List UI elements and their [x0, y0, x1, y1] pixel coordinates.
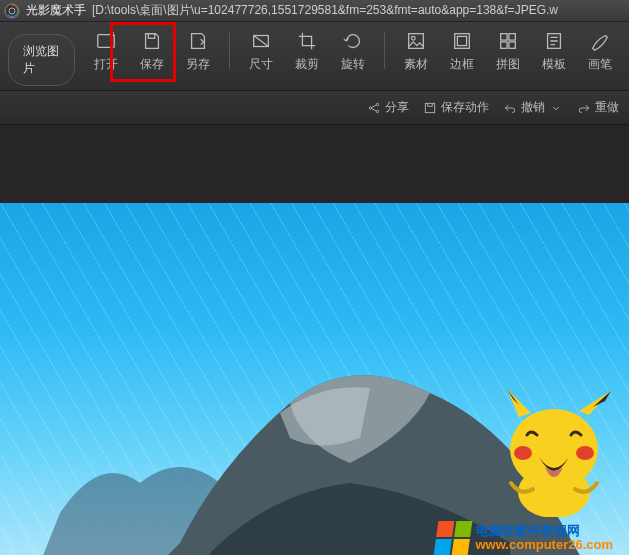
tool-saveas[interactable]: 另存	[177, 28, 219, 73]
crop-icon	[296, 30, 318, 52]
share-icon	[367, 101, 381, 115]
tool-rotate[interactable]: 旋转	[332, 28, 374, 73]
tool-material[interactable]: 素材	[395, 28, 437, 73]
titlebar: 光影魔术手 [D:\tools\桌面\图片\u=102477726,155172…	[0, 0, 629, 22]
tool-label: 另存	[186, 56, 210, 73]
tool-label: 拼图	[496, 56, 520, 73]
material-icon	[405, 30, 427, 52]
redo-button[interactable]: 重做	[577, 99, 619, 116]
chevron-down-icon	[549, 101, 563, 115]
brush-icon	[589, 30, 611, 52]
app-name: 光影魔术手	[26, 2, 86, 19]
save-action-icon	[423, 101, 437, 115]
svg-rect-8	[457, 36, 466, 45]
undo-label: 撤销	[521, 99, 545, 116]
undo-icon	[503, 101, 517, 115]
collage-icon	[497, 30, 519, 52]
tool-size[interactable]: 尺寸	[240, 28, 282, 73]
sub-toolbar: 分享 保存动作 撤销 重做	[0, 91, 629, 125]
redo-icon	[577, 101, 591, 115]
image-view[interactable]: 电脑软硬件教程网 www.computer26.com	[0, 203, 629, 555]
svg-point-15	[376, 103, 378, 105]
size-icon	[250, 30, 272, 52]
svg-point-6	[411, 36, 415, 40]
tool-label: 尺寸	[249, 56, 273, 73]
app-logo-icon	[4, 3, 20, 19]
svg-rect-5	[409, 34, 424, 49]
pikachu-sticker	[489, 387, 619, 517]
watermark-line2: www.computer26.com	[476, 538, 614, 552]
browse-images-button[interactable]: 浏览图片	[8, 34, 75, 86]
canvas-background	[0, 125, 629, 203]
share-button[interactable]: 分享	[367, 99, 409, 116]
svg-point-16	[376, 110, 378, 112]
rotate-icon	[342, 30, 364, 52]
tool-collage[interactable]: 拼图	[487, 28, 529, 73]
svg-rect-12	[509, 42, 515, 48]
undo-button[interactable]: 撤销	[503, 99, 563, 116]
svg-point-14	[369, 106, 371, 108]
svg-point-21	[576, 446, 594, 460]
template-icon	[543, 30, 565, 52]
save-icon	[141, 30, 163, 52]
tool-label: 旋转	[341, 56, 365, 73]
tool-label: 素材	[404, 56, 428, 73]
tool-label: 模板	[542, 56, 566, 73]
svg-rect-10	[509, 34, 515, 40]
svg-point-20	[514, 446, 532, 460]
share-label: 分享	[385, 99, 409, 116]
open-icon	[95, 30, 117, 52]
tool-label: 裁剪	[295, 56, 319, 73]
windows-logo-icon	[433, 521, 472, 555]
tool-save[interactable]: 保存	[131, 28, 173, 73]
saveas-icon	[187, 30, 209, 52]
save-action-button[interactable]: 保存动作	[423, 99, 489, 116]
tool-label: 画笔	[588, 56, 612, 73]
redo-label: 重做	[595, 99, 619, 116]
tool-open[interactable]: 打开	[85, 28, 127, 73]
svg-point-0	[5, 4, 19, 18]
svg-rect-9	[501, 34, 507, 40]
border-icon	[451, 30, 473, 52]
svg-rect-11	[501, 42, 507, 48]
tool-template[interactable]: 模板	[533, 28, 575, 73]
tool-label: 打开	[94, 56, 118, 73]
main-toolbar: 浏览图片 打开 保存 另存 尺寸 裁剪	[0, 22, 629, 91]
file-path: [D:\tools\桌面\图片\u=102477726,1551729581&f…	[92, 2, 558, 19]
tool-brush[interactable]: 画笔	[579, 28, 621, 73]
tool-crop[interactable]: 裁剪	[286, 28, 328, 73]
tool-label: 边框	[450, 56, 474, 73]
svg-rect-17	[425, 103, 434, 112]
watermark: 电脑软硬件教程网 www.computer26.com	[436, 521, 614, 555]
watermark-line1: 电脑软硬件教程网	[476, 524, 614, 538]
save-action-label: 保存动作	[441, 99, 489, 116]
tool-border[interactable]: 边框	[441, 28, 483, 73]
svg-rect-3	[148, 34, 154, 39]
svg-rect-2	[98, 35, 115, 48]
tool-label: 保存	[140, 56, 164, 73]
